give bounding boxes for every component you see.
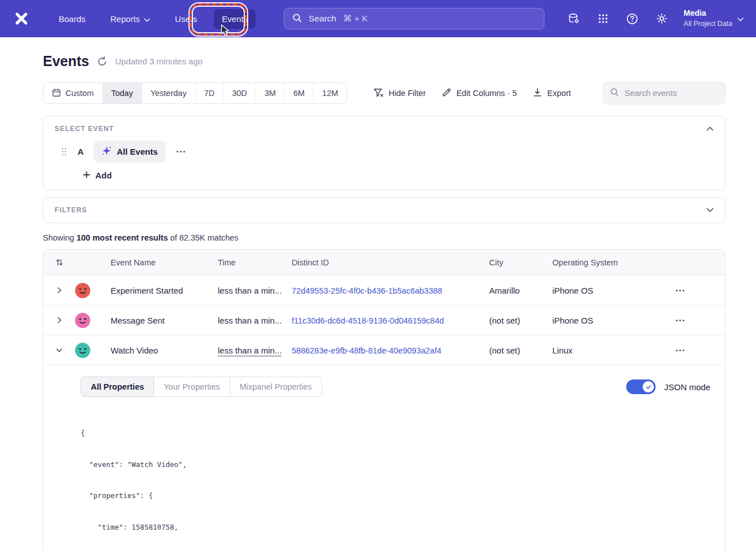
event-avatar (75, 313, 90, 328)
event-avatar (75, 283, 90, 298)
search-events-input[interactable] (625, 89, 730, 98)
cell-city: Amarillo (489, 286, 552, 295)
calendar-icon (52, 88, 61, 99)
add-event-button[interactable]: Add (83, 171, 112, 180)
apps-grid-icon[interactable] (596, 11, 610, 26)
mixpanel-logo-icon[interactable] (14, 11, 29, 27)
range-label: 30D (232, 89, 247, 98)
range-custom-button[interactable]: Custom (43, 83, 102, 103)
nav-item-boards[interactable]: Boards (51, 9, 94, 29)
cell-time: less than a min... (218, 286, 292, 295)
expand-chevron-down-icon[interactable] (706, 208, 714, 212)
column-header-distinct-id: Distinct ID (292, 258, 489, 267)
collapse-chevron-up-icon[interactable] (706, 126, 714, 131)
pencil-icon (442, 88, 451, 99)
cell-os: Linux (552, 346, 673, 355)
json-mode-control: JSON mode (626, 379, 711, 394)
range-30d-button[interactable]: 30D (223, 83, 256, 103)
refresh-icon[interactable] (97, 56, 107, 67)
chevron-down-icon (737, 14, 744, 24)
row-more-menu-icon[interactable] (673, 317, 687, 324)
range-label: Custom (65, 89, 94, 98)
edit-columns-label: Edit Columns · 5 (456, 89, 517, 98)
select-event-panel: SELECT EVENT A All Events (43, 116, 726, 190)
all-events-chip[interactable]: All Events (94, 141, 166, 163)
table-row-expanded[interactable]: Watch Video less than a min... 5886283e-… (43, 335, 725, 365)
table-header-row: Event Name Time Distinct ID City Operati… (43, 250, 725, 276)
expand-row-chevron-right-icon[interactable] (54, 285, 65, 296)
main-content: Events Updated 3 minutes ago Custom Toda… (0, 53, 756, 550)
event-avatar (75, 343, 90, 358)
settings-gear-icon[interactable] (654, 11, 669, 26)
range-3m-button[interactable]: 3M (256, 83, 284, 103)
tab-your-properties[interactable]: Your Properties (153, 377, 230, 397)
cell-city: (not set) (489, 346, 552, 355)
range-7d-button[interactable]: 7D (195, 83, 223, 103)
download-icon (533, 88, 542, 99)
sparkle-icon (102, 146, 112, 158)
data-icon[interactable] (566, 11, 581, 26)
sort-icon[interactable] (43, 258, 75, 267)
nav-item-label: Boards (59, 14, 86, 24)
json-line: "properties": { (81, 491, 711, 501)
expand-row-chevron-right-icon[interactable] (54, 315, 65, 326)
drag-handle-icon[interactable] (61, 147, 67, 156)
column-header-event-name: Event Name (101, 258, 218, 267)
cell-time: less than a min... (218, 316, 292, 325)
range-12m-button[interactable]: 12M (313, 83, 346, 103)
row-more-menu-icon[interactable] (673, 347, 687, 354)
event-selector-row: A All Events (55, 141, 714, 163)
hide-filter-button[interactable]: Hide Filter (373, 88, 426, 99)
cell-city: (not set) (489, 316, 552, 325)
filters-panel: FILTERS (43, 197, 726, 223)
range-label: Yesterday (151, 89, 187, 98)
range-yesterday-button[interactable]: Yesterday (142, 83, 195, 103)
search-icon (610, 88, 619, 99)
json-mode-label: JSON mode (664, 382, 710, 392)
table-row[interactable]: Message Sent less than a min... f11c30d6… (43, 305, 725, 335)
range-today-button[interactable]: Today (102, 83, 142, 103)
event-more-menu-icon[interactable] (174, 148, 188, 155)
cell-distinct-id-link[interactable]: 5886283e-e9fb-48fb-81de-40e9093a2af4 (292, 346, 441, 355)
properties-tabs: All Properties Your Properties Mixpanel … (81, 377, 322, 397)
collapse-row-chevron-down-icon[interactable] (54, 345, 65, 356)
global-search-input[interactable]: Search ⌘ + K (284, 8, 544, 29)
edit-columns-button[interactable]: Edit Columns · 5 (442, 88, 517, 99)
hide-filter-label: Hide Filter (389, 89, 426, 98)
cell-event-name: Watch Video (101, 346, 218, 355)
results-count: 100 most recent results (77, 233, 168, 242)
nav-item-events[interactable]: Events (214, 9, 256, 29)
tab-mixpanel-properties[interactable]: Mixpanel Properties (230, 377, 322, 397)
cell-distinct-id-link[interactable]: f11c30d6-dc6d-4518-9136-0d046159c84d (292, 316, 444, 325)
table-row[interactable]: Experiment Started less than a min... 72… (43, 276, 725, 305)
export-label: Export (547, 89, 571, 98)
page-title: Events (43, 53, 89, 69)
help-icon[interactable] (625, 11, 640, 26)
cell-distinct-id-link[interactable]: 72d49553-25fc-4f0c-b436-1b5ac6ab3388 (292, 286, 442, 295)
range-6m-button[interactable]: 6M (284, 83, 313, 103)
search-shortcut: ⌘ + K (343, 14, 368, 24)
column-header-os: Operating System (552, 258, 673, 267)
range-label: 6M (293, 89, 305, 98)
nav-item-reports[interactable]: Reports (103, 9, 159, 29)
results-prefix: Showing (43, 233, 77, 242)
nav-right: Media All Project Data (566, 8, 744, 29)
project-text: Media All Project Data (684, 8, 732, 29)
controls-bar: Custom Today Yesterday 7D 30D 3M 6M 12M … (43, 82, 726, 104)
nav-item-label: Users (175, 14, 197, 24)
column-header-time: Time (218, 258, 292, 267)
tab-all-properties[interactable]: All Properties (81, 377, 154, 397)
row-more-menu-icon[interactable] (673, 287, 687, 294)
range-label: 12M (322, 89, 338, 98)
range-label: Today (111, 89, 133, 98)
select-event-header: SELECT EVENT (55, 125, 714, 133)
export-button[interactable]: Export (533, 88, 571, 99)
all-events-label: All Events (117, 147, 158, 156)
column-header-city: City (489, 258, 552, 267)
nav-item-users[interactable]: Users (167, 9, 205, 29)
json-line: { (81, 428, 711, 439)
right-controls: Hide Filter Edit Columns · 5 Export (373, 82, 726, 104)
nav-item-label: Reports (111, 14, 140, 24)
json-mode-toggle[interactable] (626, 379, 656, 394)
project-switcher[interactable]: Media All Project Data (684, 8, 744, 29)
